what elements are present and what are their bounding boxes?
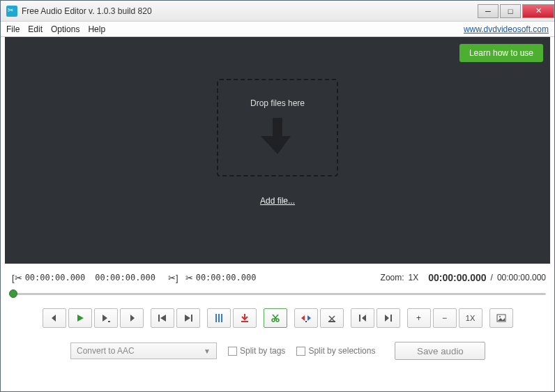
menubar: File Edit Options Help www.dvdvideosoft.…: [1, 22, 554, 37]
format-label: Convert to AAC: [77, 346, 135, 356]
arrow-down-icon: [260, 116, 295, 158]
play-button[interactable]: [68, 308, 92, 328]
app-icon: [6, 6, 17, 17]
selection-start-time: 00:00:00.000: [25, 273, 86, 282]
chevron-down-icon: ▼: [204, 347, 211, 355]
zoom-in-button[interactable]: +: [407, 308, 431, 328]
content-area: Learn how to use Drop files here Add fil…: [1, 37, 554, 391]
minimize-button[interactable]: ─: [478, 4, 499, 18]
skip-group: [151, 308, 200, 328]
footer-bar: Convert to AAC ▼ Split by tags Split by …: [5, 335, 550, 370]
trim-group: [294, 308, 344, 328]
next-frame-button[interactable]: [120, 308, 144, 328]
prev-frame-button[interactable]: [43, 308, 66, 328]
total-time: 00:00:00.000: [497, 273, 546, 282]
snapshot-button[interactable]: [489, 308, 513, 328]
add-file-link[interactable]: Add file...: [260, 196, 295, 206]
scissors-icon: ✂: [185, 273, 193, 283]
selection-end-icon: ✂]: [168, 273, 178, 283]
svg-rect-6: [305, 321, 307, 322]
zoom-reset-button[interactable]: 1X: [459, 308, 482, 328]
play-selection-button[interactable]: [94, 308, 118, 328]
drop-zone[interactable]: Drop files here: [217, 79, 338, 176]
sel-end-button[interactable]: [377, 308, 400, 328]
svg-rect-3: [241, 321, 248, 322]
window-title: Free Audio Editor v. 1.0.3 build 820: [22, 6, 476, 16]
window-controls: ─ □ ✕: [476, 4, 554, 18]
zoom-area: Zoom: 1X 00:00:00.000 / 00:00:00.000: [381, 272, 546, 283]
svg-rect-2: [191, 315, 192, 322]
set-marker-button[interactable]: [233, 308, 257, 328]
misc-group: [489, 308, 513, 328]
svg-point-11: [499, 316, 501, 317]
learn-how-button[interactable]: Learn how to use: [459, 44, 543, 62]
time-sep: /: [491, 273, 493, 282]
pause-marks-button[interactable]: [207, 308, 231, 328]
cut-button[interactable]: [264, 308, 287, 328]
waveform-area[interactable]: Learn how to use Drop files here Add fil…: [5, 37, 550, 264]
sel-nav-group: [351, 308, 400, 328]
svg-rect-9: [390, 315, 392, 322]
sel-start-button[interactable]: [351, 308, 374, 328]
slider-track: [9, 293, 546, 295]
delete-selection-button[interactable]: [320, 308, 344, 328]
titlebar: Free Audio Editor v. 1.0.3 build 820 ─ □…: [1, 1, 554, 22]
format-dropdown[interactable]: Convert to AAC ▼: [70, 342, 217, 359]
controls-bar: + − 1X: [5, 306, 550, 335]
position-slider[interactable]: [9, 287, 546, 300]
close-button[interactable]: ✕: [522, 4, 554, 18]
svg-rect-0: [108, 321, 110, 322]
split-tags-checkbox[interactable]: Split by tags: [228, 346, 285, 356]
cut-group: [264, 308, 287, 328]
split-tags-label: Split by tags: [240, 346, 285, 356]
selection-end-time: 00:00:00.000: [95, 273, 155, 282]
trim-in-button[interactable]: [294, 308, 318, 328]
site-link[interactable]: www.dvdvideosoft.com: [464, 24, 549, 34]
skip-start-button[interactable]: [151, 308, 174, 328]
playback-group: [43, 308, 144, 328]
zoom-group: + − 1X: [407, 308, 482, 328]
zoom-out-button[interactable]: −: [433, 308, 457, 328]
svg-rect-7: [328, 321, 335, 322]
skip-end-button[interactable]: [176, 308, 200, 328]
split-sel-label: Split by selections: [308, 346, 375, 356]
slider-thumb[interactable]: [9, 289, 17, 298]
svg-rect-8: [359, 315, 360, 322]
zoom-value: 1X: [409, 273, 419, 282]
zoom-label: Zoom:: [381, 273, 404, 282]
time-row: [✂ 00:00:00.000 00:00:00.000 ✂] ✂ 00:00:…: [5, 268, 550, 287]
svg-rect-1: [158, 315, 160, 322]
drop-text: Drop files here: [250, 98, 305, 108]
checkbox-icon: [228, 347, 237, 356]
app-window: Free Audio Editor v. 1.0.3 build 820 ─ □…: [0, 0, 555, 392]
save-audio-button[interactable]: Save audio: [395, 342, 485, 360]
maximize-button[interactable]: □: [500, 4, 521, 18]
menu-help[interactable]: Help: [88, 24, 105, 34]
menu-edit[interactable]: Edit: [28, 24, 43, 34]
split-selections-checkbox[interactable]: Split by selections: [296, 346, 375, 356]
marker-group: [207, 308, 257, 328]
checkbox-icon: [296, 347, 305, 356]
current-time: 00:00:00.000: [428, 272, 486, 283]
cut-position-time: 00:00:00.000: [196, 273, 257, 282]
menu-file[interactable]: File: [6, 24, 20, 34]
selection-start-icon: [✂: [12, 273, 22, 283]
menu-options[interactable]: Options: [51, 24, 79, 34]
